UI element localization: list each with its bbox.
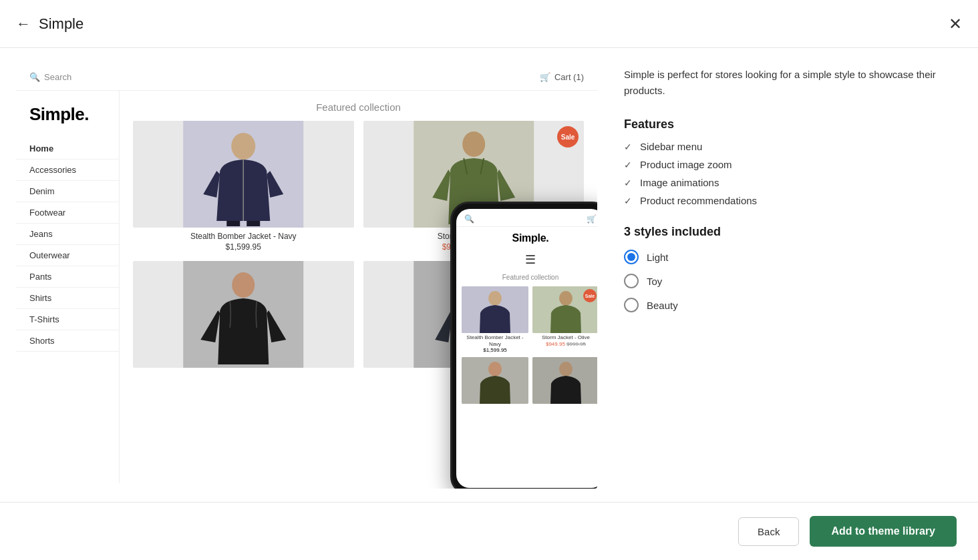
mobile-menu-icon: ☰ bbox=[456, 250, 597, 270]
nav-item-jeans[interactable]: Jeans bbox=[16, 224, 119, 245]
mobile-product-img-2: Sale bbox=[532, 286, 597, 333]
mobile-product-1: Stealth Bomber Jacket - Navy $1,599.95 bbox=[462, 286, 528, 353]
svg-rect-3 bbox=[247, 221, 260, 226]
svg-point-10 bbox=[232, 272, 255, 298]
svg-point-14 bbox=[488, 291, 502, 306]
mobile-product-name-1: Stealth Bomber Jacket - Navy bbox=[462, 334, 528, 347]
search-label: Search bbox=[44, 72, 71, 82]
product-price-1: $1,599.95 bbox=[133, 242, 354, 252]
product-name-1: Stealth Bomber Jacket - Navy bbox=[133, 232, 354, 241]
styles-count-label: 3 styles included bbox=[624, 225, 962, 239]
product-card-1[interactable]: Stealth Bomber Jacket - Navy $1,599.95 bbox=[133, 121, 354, 252]
cart-info: 🛒 Cart (1) bbox=[540, 72, 584, 82]
radio-label-beauty: Beauty bbox=[647, 300, 678, 311]
mobile-product-img-3 bbox=[462, 357, 528, 404]
mobile-sale-price-2: $949.95 bbox=[546, 341, 565, 347]
feature-item-4: ✓ Product recommendations bbox=[624, 195, 962, 206]
radio-beauty[interactable]: Beauty bbox=[624, 298, 962, 312]
feature-item-1: ✓ Sidebar menu bbox=[624, 141, 962, 152]
feature-label-2: Product image zoom bbox=[640, 159, 732, 170]
back-footer-button[interactable]: Back bbox=[738, 517, 799, 546]
sidebar-nav: Simple. Home Accessories Denim Footwear … bbox=[16, 91, 120, 483]
radio-label-light: Light bbox=[647, 252, 669, 263]
nav-item-home[interactable]: Home bbox=[16, 138, 119, 160]
svg-point-16 bbox=[559, 291, 573, 306]
nav-item-outerwear[interactable]: Outerwear bbox=[16, 245, 119, 266]
feature-list: ✓ Sidebar menu ✓ Product image zoom ✓ Im… bbox=[624, 141, 962, 206]
check-icon-3: ✓ bbox=[624, 178, 632, 188]
nav-item-shorts[interactable]: Shorts bbox=[16, 330, 119, 352]
nav-item-tshirts[interactable]: T-Shirts bbox=[16, 309, 119, 330]
mobile-product-3 bbox=[462, 357, 528, 404]
cart-text: Cart (1) bbox=[554, 72, 584, 82]
mobile-overlay: 🔍 🛒 Simple. ☰ Featured collection Stealt… bbox=[450, 202, 597, 489]
close-button[interactable]: ✕ bbox=[949, 15, 962, 33]
mobile-product-name-2: Storm Jacket - Olive bbox=[532, 334, 597, 341]
svg-point-6 bbox=[462, 131, 485, 157]
header-left: ← Simple bbox=[16, 15, 84, 33]
mobile-featured-title: Featured collection bbox=[456, 270, 597, 284]
radio-toy[interactable]: Toy bbox=[624, 274, 962, 288]
right-panel: Simple is perfect for stores looking for… bbox=[624, 64, 962, 489]
search-icon: 🔍 bbox=[29, 72, 40, 82]
svg-point-1 bbox=[231, 133, 255, 160]
mobile-product-4 bbox=[532, 357, 597, 404]
radio-circle-toy bbox=[624, 274, 639, 288]
mobile-product-img-1 bbox=[462, 286, 528, 333]
check-icon-4: ✓ bbox=[624, 196, 632, 206]
mobile-product-price-2: $949.95 $999.95 bbox=[532, 341, 597, 347]
nav-item-pants[interactable]: Pants bbox=[16, 266, 119, 288]
check-icon-1: ✓ bbox=[624, 142, 632, 152]
features-section: Features ✓ Sidebar menu ✓ Product image … bbox=[624, 117, 962, 206]
featured-title: Featured collection bbox=[133, 101, 584, 113]
styles-section: 3 styles included Light Toy Beauty bbox=[624, 225, 962, 312]
mobile-product-img-4 bbox=[532, 357, 597, 404]
main-content: 🔍 Search 🛒 Cart (1) Simple. Home Accesso… bbox=[0, 48, 978, 489]
svg-rect-2 bbox=[226, 221, 240, 226]
check-icon-2: ✓ bbox=[624, 160, 632, 170]
back-button[interactable]: ← bbox=[16, 15, 31, 33]
store-brand: Simple. bbox=[16, 104, 119, 138]
mobile-cart-icon: 🛒 bbox=[587, 214, 597, 224]
feature-item-3: ✓ Image animations bbox=[624, 177, 962, 188]
radio-circle-light bbox=[624, 250, 639, 264]
feature-label-1: Sidebar menu bbox=[640, 141, 702, 152]
product-card-3[interactable] bbox=[133, 261, 354, 372]
nav-item-shirts[interactable]: Shirts bbox=[16, 288, 119, 309]
desktop-preview: 🔍 Search 🛒 Cart (1) Simple. Home Accesso… bbox=[16, 64, 597, 489]
radio-label-toy: Toy bbox=[647, 276, 662, 287]
mobile-grid: Stealth Bomber Jacket - Navy $1,599.95 S… bbox=[456, 284, 597, 406]
svg-point-18 bbox=[488, 362, 502, 376]
nav-item-denim[interactable]: Denim bbox=[16, 181, 119, 202]
mobile-product-2: Sale Storm Jacket - Olive $949.95 $999.9… bbox=[532, 286, 597, 353]
search-bar: 🔍 Search bbox=[29, 72, 71, 82]
mobile-header: 🔍 🛒 bbox=[456, 209, 597, 227]
mobile-brand: Simple. bbox=[456, 227, 597, 250]
svg-point-20 bbox=[559, 362, 573, 376]
footer: Back Add to theme library bbox=[0, 502, 978, 560]
nav-item-footwear[interactable]: Footwear bbox=[16, 202, 119, 224]
header: ← Simple ✕ bbox=[0, 0, 978, 48]
radio-circle-beauty bbox=[624, 298, 639, 312]
store-header: 🔍 Search 🛒 Cart (1) bbox=[16, 64, 597, 91]
add-to-theme-library-button[interactable]: Add to theme library bbox=[810, 516, 957, 547]
mobile-orig-price-2: $999.95 bbox=[566, 341, 586, 347]
sale-badge-2: Sale bbox=[557, 126, 579, 148]
radio-light[interactable]: Light bbox=[624, 250, 962, 264]
feature-label-4: Product recommendations bbox=[640, 195, 757, 206]
theme-description: Simple is perfect for stores looking for… bbox=[624, 67, 962, 99]
mobile-sale-badge-2: Sale bbox=[583, 289, 597, 302]
radio-dot-light bbox=[627, 253, 635, 261]
preview-panel: 🔍 Search 🛒 Cart (1) Simple. Home Accesso… bbox=[16, 64, 597, 489]
cart-icon: 🛒 bbox=[540, 72, 550, 82]
page-title: Simple bbox=[39, 15, 84, 33]
radio-group: Light Toy Beauty bbox=[624, 250, 962, 312]
product-img-1 bbox=[133, 121, 354, 228]
mobile-search-icon: 🔍 bbox=[464, 214, 474, 224]
feature-label-3: Image animations bbox=[640, 177, 719, 188]
product-img-3 bbox=[133, 261, 354, 368]
feature-item-2: ✓ Product image zoom bbox=[624, 159, 962, 170]
features-title: Features bbox=[624, 117, 962, 131]
nav-item-accessories[interactable]: Accessories bbox=[16, 160, 119, 181]
mobile-product-price-1: $1,599.95 bbox=[462, 347, 528, 353]
